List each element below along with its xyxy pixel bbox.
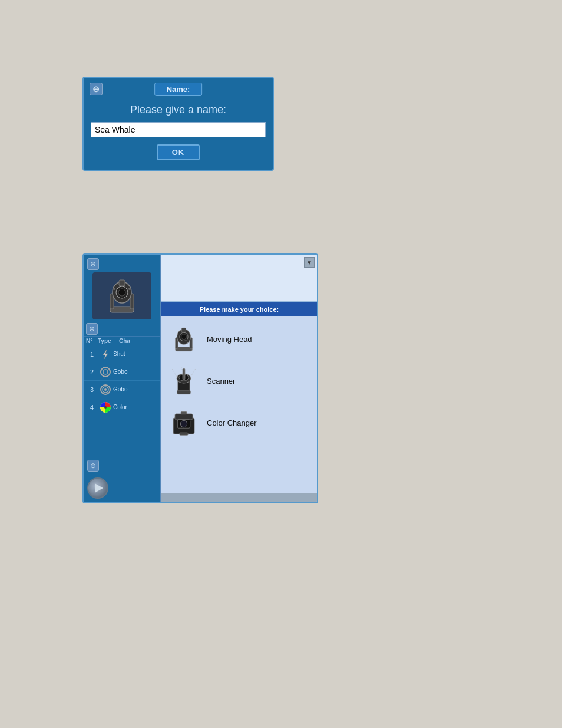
svg-point-32 [180, 420, 187, 427]
svg-rect-30 [175, 413, 193, 419]
name-input-row [84, 122, 273, 137]
fixture-close-row: ⊖ [84, 322, 160, 336]
dialog-title-label: Name: [154, 83, 203, 96]
fixture-main-image [92, 272, 151, 319]
row-1-num: 1 [86, 351, 98, 358]
horizontal-scrollbar[interactable] [161, 493, 317, 502]
svg-point-7 [113, 288, 115, 290]
dropdown-scroll-button[interactable]: ▼ [304, 257, 315, 268]
row-1-cha: Shut [113, 351, 158, 357]
fixture-row-2[interactable]: 2 Gobo [84, 363, 160, 381]
moving-head-label: Moving Head [207, 335, 252, 344]
fixture-options-list: Moving Head [161, 316, 317, 493]
name-input[interactable] [91, 122, 266, 137]
moving-head-option-image [167, 323, 200, 355]
row-4-type-icon [98, 401, 113, 414]
fixture-dialog-inner: ⊖ [84, 255, 317, 502]
svg-rect-34 [181, 411, 187, 414]
row-1-type-icon [98, 348, 113, 361]
svg-point-16 [104, 406, 107, 409]
row-3-cha: Gobo [113, 386, 158, 393]
fixture-close-second-button[interactable]: ⊖ [86, 323, 98, 335]
dialog-prompt-text: Please give a name: [84, 104, 273, 116]
row-2-num: 2 [86, 368, 98, 375]
moving-head-main-icon [101, 277, 143, 315]
play-button[interactable] [87, 477, 108, 499]
svg-point-14 [104, 388, 107, 391]
fixture-left-panel: ⊖ [84, 255, 160, 502]
col-header-no: N° [86, 338, 98, 344]
svg-point-8 [128, 288, 131, 290]
fixture-row-1[interactable]: 1 Shut [84, 345, 160, 363]
svg-point-5 [118, 289, 125, 296]
row-4-num: 4 [86, 404, 98, 411]
ok-button[interactable]: OK [157, 144, 200, 160]
col-header-cha: Cha [119, 338, 158, 344]
fixture-dialog: ⊖ [82, 253, 318, 503]
moving-head-option-icon [169, 325, 199, 354]
fixture-row-4[interactable]: 4 Color [84, 398, 160, 416]
fixture-close-bottom-button[interactable]: ⊖ [87, 460, 99, 472]
option-color-changer[interactable]: Color Changer [161, 402, 317, 444]
dialog-title-bar: ⊖ Name: [84, 78, 273, 99]
play-icon [95, 483, 103, 493]
name-dialog: ⊖ Name: Please give a name: OK [82, 77, 274, 171]
svg-rect-28 [183, 368, 185, 380]
color-changer-label: Color Changer [207, 419, 257, 427]
gobo-icon [100, 366, 111, 378]
svg-marker-9 [103, 350, 108, 359]
scanner-option-image [167, 365, 200, 397]
fixture-row-3[interactable]: 3 Gobo [84, 381, 160, 398]
scanner-label: Scanner [207, 377, 235, 386]
option-scanner[interactable]: Scanner [161, 360, 317, 402]
fixture-rows: 1 Shut 2 [84, 345, 160, 457]
scanner-option-icon [169, 367, 199, 396]
svg-rect-27 [177, 390, 190, 394]
svg-rect-6 [119, 280, 125, 286]
row-2-cha: Gobo [113, 368, 158, 375]
col-header-type: Type [98, 338, 119, 344]
option-moving-head[interactable]: Moving Head [161, 318, 317, 360]
svg-rect-33 [179, 433, 187, 435]
fixture-close-top-button[interactable]: ⊖ [87, 258, 99, 270]
svg-point-22 [181, 334, 186, 340]
row-4-cha: Color [113, 404, 158, 410]
color-changer-option-image [167, 407, 200, 439]
choice-label-text: Please make your choice: [200, 306, 279, 313]
choice-label-bar: Please make your choice: [161, 302, 317, 316]
fixture-table-header: N° Type Cha [84, 336, 160, 345]
svg-point-10 [101, 367, 110, 377]
row-3-num: 3 [86, 386, 98, 393]
row-3-type-icon [98, 383, 113, 396]
fixture-right-panel: ▼ Please make your choice: [160, 255, 317, 502]
svg-rect-23 [181, 328, 186, 332]
svg-point-11 [103, 370, 108, 374]
dialog-close-button[interactable]: ⊖ [90, 83, 103, 95]
gobo-target-icon [100, 384, 111, 396]
color-wheel-icon [100, 401, 111, 413]
shutter-icon [100, 348, 111, 360]
fixture-dropdown-area: ▼ [161, 255, 317, 302]
row-2-type-icon [98, 365, 113, 378]
color-changer-option-icon [169, 409, 199, 438]
